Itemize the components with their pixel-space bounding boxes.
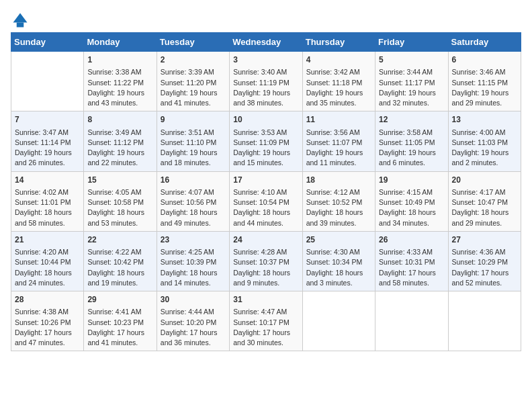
day-of-week-monday: Monday: [84, 33, 157, 52]
svg-marker-0: [13, 13, 28, 23]
svg-rect-1: [17, 23, 24, 28]
day-number: 4: [306, 54, 371, 66]
calendar-cell: 25Sunrise: 4:30 AM Sunset: 10:34 PM Dayl…: [302, 231, 375, 291]
calendar-cell: 22Sunrise: 4:22 AM Sunset: 10:42 PM Dayl…: [84, 231, 157, 291]
calendar-cell: 18Sunrise: 4:12 AM Sunset: 10:52 PM Dayl…: [302, 171, 375, 231]
day-info: Sunrise: 4:25 AM Sunset: 10:39 PM Daylig…: [161, 247, 226, 288]
day-of-week-wednesday: Wednesday: [230, 33, 302, 52]
day-number: 17: [233, 175, 298, 186]
calendar-cell: 16Sunrise: 4:07 AM Sunset: 10:56 PM Dayl…: [157, 171, 229, 231]
calendar-cell: 8Sunrise: 3:49 AM Sunset: 11:12 PM Dayli…: [84, 111, 157, 171]
day-number: 14: [15, 175, 80, 186]
day-number: 7: [15, 114, 80, 126]
calendar-cell: 9Sunrise: 3:51 AM Sunset: 11:10 PM Dayli…: [157, 111, 229, 171]
day-info: Sunrise: 3:56 AM Sunset: 11:07 PM Daylig…: [306, 128, 371, 169]
calendar-cell: 6Sunrise: 3:46 AM Sunset: 11:15 PM Dayli…: [448, 52, 521, 111]
calendar-cell: 31Sunrise: 4:47 AM Sunset: 10:17 PM Dayl…: [230, 291, 302, 351]
calendar-cell: [11, 52, 84, 111]
calendar-cell: 2Sunrise: 3:39 AM Sunset: 11:20 PM Dayli…: [157, 52, 229, 111]
day-info: Sunrise: 3:42 AM Sunset: 11:18 PM Daylig…: [306, 67, 371, 108]
calendar-cell: 28Sunrise: 4:38 AM Sunset: 10:26 PM Dayl…: [11, 291, 84, 351]
calendar-cell: 23Sunrise: 4:25 AM Sunset: 10:39 PM Dayl…: [157, 231, 229, 291]
calendar-cell: 20Sunrise: 4:17 AM Sunset: 10:47 PM Dayl…: [448, 171, 521, 231]
day-info: Sunrise: 4:38 AM Sunset: 10:26 PM Daylig…: [15, 307, 80, 348]
day-number: 28: [15, 294, 80, 306]
day-info: Sunrise: 4:07 AM Sunset: 10:56 PM Daylig…: [161, 187, 226, 228]
day-info: Sunrise: 3:44 AM Sunset: 11:17 PM Daylig…: [379, 67, 444, 108]
calendar-cell: [375, 291, 448, 351]
day-number: 23: [161, 234, 226, 246]
day-of-week-sunday: Sunday: [11, 33, 84, 52]
day-number: 25: [306, 234, 371, 246]
day-number: 29: [87, 294, 152, 306]
day-info: Sunrise: 4:47 AM Sunset: 10:17 PM Daylig…: [233, 307, 298, 348]
calendar-cell: 30Sunrise: 4:44 AM Sunset: 10:20 PM Dayl…: [157, 291, 229, 351]
week-row-4: 21Sunrise: 4:20 AM Sunset: 10:44 PM Dayl…: [11, 231, 521, 291]
day-info: Sunrise: 3:53 AM Sunset: 11:09 PM Daylig…: [233, 128, 298, 169]
calendar-cell: 14Sunrise: 4:02 AM Sunset: 11:01 PM Dayl…: [11, 171, 84, 231]
day-of-week-tuesday: Tuesday: [157, 33, 229, 52]
day-info: Sunrise: 4:05 AM Sunset: 10:58 PM Daylig…: [87, 187, 152, 228]
day-info: Sunrise: 3:51 AM Sunset: 11:10 PM Daylig…: [161, 128, 226, 169]
day-number: 13: [452, 114, 517, 126]
day-number: 6: [452, 54, 517, 66]
day-info: Sunrise: 3:39 AM Sunset: 11:20 PM Daylig…: [161, 67, 226, 108]
week-row-2: 7Sunrise: 3:47 AM Sunset: 11:14 PM Dayli…: [11, 111, 521, 171]
day-of-week-friday: Friday: [375, 33, 448, 52]
day-info: Sunrise: 4:44 AM Sunset: 10:20 PM Daylig…: [161, 307, 226, 348]
day-number: 5: [379, 54, 444, 66]
logo: [11, 11, 32, 30]
day-number: 27: [452, 234, 517, 246]
day-number: 19: [379, 175, 444, 186]
day-number: 26: [379, 234, 444, 246]
day-info: Sunrise: 3:40 AM Sunset: 11:19 PM Daylig…: [233, 67, 298, 108]
day-number: 20: [452, 175, 517, 186]
day-info: Sunrise: 4:17 AM Sunset: 10:47 PM Daylig…: [452, 187, 517, 228]
day-number: 21: [15, 234, 80, 246]
day-info: Sunrise: 3:46 AM Sunset: 11:15 PM Daylig…: [452, 67, 517, 108]
day-info: Sunrise: 4:22 AM Sunset: 10:42 PM Daylig…: [87, 247, 152, 288]
day-number: 24: [233, 234, 298, 246]
calendar-cell: 29Sunrise: 4:41 AM Sunset: 10:23 PM Dayl…: [84, 291, 157, 351]
day-info: Sunrise: 4:00 AM Sunset: 11:03 PM Daylig…: [452, 128, 517, 169]
calendar-cell: [448, 291, 521, 351]
calendar-cell: 4Sunrise: 3:42 AM Sunset: 11:18 PM Dayli…: [302, 52, 375, 111]
day-info: Sunrise: 3:58 AM Sunset: 11:05 PM Daylig…: [379, 128, 444, 169]
day-number: 30: [161, 294, 226, 306]
calendar-table: SundayMondayTuesdayWednesdayThursdayFrid…: [11, 32, 521, 351]
day-info: Sunrise: 4:28 AM Sunset: 10:37 PM Daylig…: [233, 247, 298, 288]
logo-icon: [11, 11, 30, 30]
day-number: 2: [161, 54, 226, 66]
calendar-cell: 24Sunrise: 4:28 AM Sunset: 10:37 PM Dayl…: [230, 231, 302, 291]
week-row-5: 28Sunrise: 4:38 AM Sunset: 10:26 PM Dayl…: [11, 291, 521, 351]
day-number: 22: [87, 234, 152, 246]
day-number: 31: [233, 294, 298, 306]
day-info: Sunrise: 4:02 AM Sunset: 11:01 PM Daylig…: [15, 187, 80, 228]
day-of-week-thursday: Thursday: [302, 33, 375, 52]
day-number: 1: [87, 54, 152, 66]
day-of-week-saturday: Saturday: [448, 33, 521, 52]
day-number: 9: [161, 114, 226, 126]
day-info: Sunrise: 3:47 AM Sunset: 11:14 PM Daylig…: [15, 128, 80, 169]
day-number: 16: [161, 175, 226, 186]
day-info: Sunrise: 4:10 AM Sunset: 10:54 PM Daylig…: [233, 187, 298, 228]
calendar-cell: 27Sunrise: 4:36 AM Sunset: 10:29 PM Dayl…: [448, 231, 521, 291]
day-info: Sunrise: 4:12 AM Sunset: 10:52 PM Daylig…: [306, 187, 371, 228]
day-number: 11: [306, 114, 371, 126]
day-info: Sunrise: 4:36 AM Sunset: 10:29 PM Daylig…: [452, 247, 517, 288]
calendar-cell: 10Sunrise: 3:53 AM Sunset: 11:09 PM Dayl…: [230, 111, 302, 171]
calendar-cell: 7Sunrise: 3:47 AM Sunset: 11:14 PM Dayli…: [11, 111, 84, 171]
day-info: Sunrise: 4:20 AM Sunset: 10:44 PM Daylig…: [15, 247, 80, 288]
day-info: Sunrise: 3:38 AM Sunset: 11:22 PM Daylig…: [87, 67, 152, 108]
calendar-cell: 15Sunrise: 4:05 AM Sunset: 10:58 PM Dayl…: [84, 171, 157, 231]
calendar-cell: 17Sunrise: 4:10 AM Sunset: 10:54 PM Dayl…: [230, 171, 302, 231]
day-info: Sunrise: 4:41 AM Sunset: 10:23 PM Daylig…: [87, 307, 152, 348]
calendar-cell: 12Sunrise: 3:58 AM Sunset: 11:05 PM Dayl…: [375, 111, 448, 171]
day-info: Sunrise: 4:33 AM Sunset: 10:31 PM Daylig…: [379, 247, 444, 288]
week-row-3: 14Sunrise: 4:02 AM Sunset: 11:01 PM Dayl…: [11, 171, 521, 231]
calendar-cell: 26Sunrise: 4:33 AM Sunset: 10:31 PM Dayl…: [375, 231, 448, 291]
calendar-header-row: SundayMondayTuesdayWednesdayThursdayFrid…: [11, 33, 521, 52]
calendar-cell: 19Sunrise: 4:15 AM Sunset: 10:49 PM Dayl…: [375, 171, 448, 231]
calendar-cell: 5Sunrise: 3:44 AM Sunset: 11:17 PM Dayli…: [375, 52, 448, 111]
day-info: Sunrise: 3:49 AM Sunset: 11:12 PM Daylig…: [87, 128, 152, 169]
